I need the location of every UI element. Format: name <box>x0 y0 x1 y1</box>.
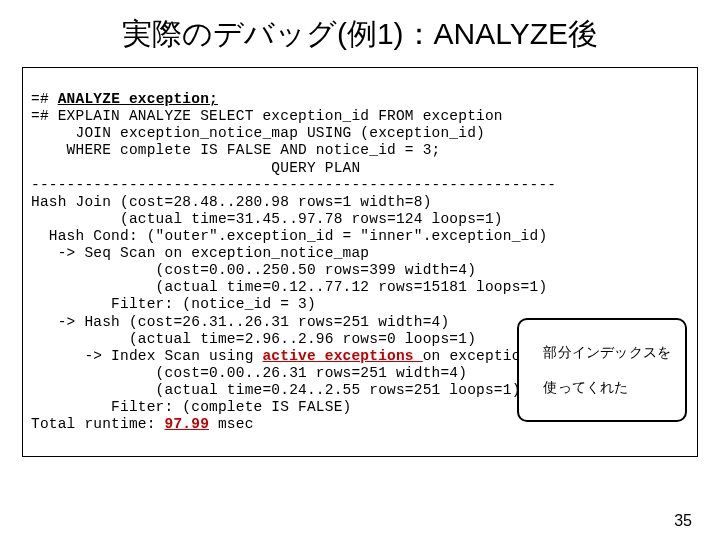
callout-line1: 部分インデックスを <box>543 344 671 360</box>
plan-l13: Filter: (complete IS FALSE) <box>31 399 351 415</box>
plan-l10c: on exception <box>423 348 530 364</box>
plan-l6: (actual time=0.12..77.12 rows=15181 loop… <box>31 279 547 295</box>
where-line: WHERE complete IS FALSE AND notice_id = … <box>31 142 440 158</box>
plan-l9: (actual time=2.96..2.96 rows=0 loops=1) <box>31 331 476 347</box>
prompt-explain: =# EXPLAIN ANALYZE SELECT exception_id F… <box>31 108 503 124</box>
total-runtime-value: 97.99 <box>165 416 210 432</box>
slide-title: 実際のデバッグ(例1)：ANALYZE後 <box>0 0 720 63</box>
analyze-cmd: ANALYZE exception; <box>58 91 218 107</box>
prompt-1: =# <box>31 91 58 107</box>
callout-line2: 使ってくれた <box>543 379 628 395</box>
plan-l11: (cost=0.00..26.31 rows=251 width=4) <box>31 365 467 381</box>
plan-l10a: -> Index Scan using <box>31 348 262 364</box>
total-runtime-label: Total runtime: <box>31 416 165 432</box>
join-line: JOIN exception_notice_map USING (excepti… <box>31 125 485 141</box>
total-runtime-unit: msec <box>209 416 254 432</box>
index-name: active_exceptions <box>262 348 422 364</box>
query-plan-header: QUERY PLAN <box>31 160 360 176</box>
query-plan-block: =# ANALYZE exception; =# EXPLAIN ANALYZE… <box>22 67 698 457</box>
plan-l12: (actual time=0.24..2.55 rows=251 loops=1… <box>31 382 521 398</box>
plan-l2: (actual time=31.45..97.78 rows=124 loops… <box>31 211 503 227</box>
page-number: 35 <box>674 512 692 530</box>
plan-l8: -> Hash (cost=26.31..26.31 rows=251 widt… <box>31 314 449 330</box>
divider: ----------------------------------------… <box>31 177 556 193</box>
plan-l4: -> Seq Scan on exception_notice_map <box>31 245 369 261</box>
plan-l5: (cost=0.00..250.50 rows=399 width=4) <box>31 262 476 278</box>
plan-l1: Hash Join (cost=28.48..280.98 rows=1 wid… <box>31 194 432 210</box>
plan-l3: Hash Cond: ("outer".exception_id = "inne… <box>31 228 547 244</box>
callout-box: 部分インデックスを 使ってくれた <box>517 318 687 422</box>
plan-l7: Filter: (notice_id = 3) <box>31 296 316 312</box>
